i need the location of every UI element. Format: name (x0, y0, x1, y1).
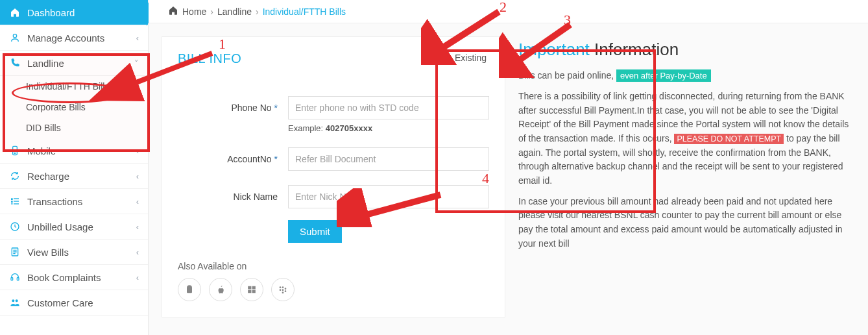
sidebar-item-book-complaints[interactable]: Book Complaints ‹ (0, 265, 148, 290)
also-available-label: Also Available on (178, 261, 489, 271)
label-account-no: AccountNo * (178, 154, 288, 164)
breadcrumb-separator: › (256, 6, 259, 17)
bill-info-panel: BILL INFO New Existing Phone No * Exampl… (162, 36, 505, 317)
phone-icon (9, 57, 21, 69)
chevron-down-icon: ˅ (134, 58, 139, 68)
list-icon (9, 195, 21, 207)
chevron-left-icon: ‹ (136, 171, 139, 181)
important-information: Important Information Bills can be paid … (518, 36, 855, 251)
panel-tabs: New Existing (424, 53, 487, 63)
chevron-left-icon: ‹ (136, 222, 139, 232)
svg-point-2 (14, 153, 15, 153)
svg-rect-6 (14, 198, 19, 199)
sidebar-item-dashboard[interactable]: Dashboard (0, 0, 148, 25)
app-icons-row (178, 278, 489, 301)
sidebar-item-label: View Bills (27, 247, 69, 258)
sidebar-item-label: Dashboard (27, 7, 75, 18)
home-icon (168, 5, 178, 18)
sidebar-item-label: Transactions (27, 196, 82, 207)
svg-rect-16 (252, 286, 256, 290)
svg-rect-5 (11, 203, 13, 204)
svg-rect-15 (248, 286, 251, 290)
svg-point-0 (13, 34, 16, 38)
mobile-icon (9, 145, 21, 156)
home-icon (9, 6, 21, 18)
apple-icon[interactable] (209, 278, 232, 301)
badge-pay-by-date: even after Pay-by-Date (616, 69, 711, 82)
headset-icon (9, 271, 21, 283)
svg-point-23 (285, 288, 287, 290)
clock-icon (9, 221, 21, 232)
svg-rect-12 (17, 278, 19, 280)
svg-rect-3 (11, 198, 13, 200)
breadcrumb-separator: › (210, 6, 213, 17)
svg-point-14 (16, 299, 18, 302)
refresh-icon (9, 170, 21, 182)
svg-rect-8 (14, 203, 19, 204)
label-nick-name: Nick Name (178, 192, 288, 202)
nick-name-input[interactable] (288, 185, 489, 208)
tab-new[interactable]: New (424, 53, 442, 63)
breadcrumb-home[interactable]: Home (182, 6, 206, 17)
sidebar-item-transactions[interactable]: Transactions ‹ (0, 189, 148, 214)
svg-point-25 (282, 292, 284, 293)
sidebar-nav: Dashboard Manage Accounts ‹ Landline ˅ I… (0, 0, 149, 335)
tab-existing[interactable]: Existing (455, 53, 487, 63)
sidebar-item-landline[interactable]: Landline ˅ (0, 51, 148, 76)
svg-rect-7 (14, 201, 19, 201)
breadcrumb-current: Individual/FTTH Bills (263, 6, 346, 17)
sidebar-item-manage-accounts[interactable]: Manage Accounts ‹ (0, 25, 148, 51)
submit-button[interactable]: Submit (288, 220, 342, 243)
sidebar-subitem-individual-ftth[interactable]: Individual/FTTH Bills (26, 76, 148, 97)
sidebar-item-label: Unbilled Usage (27, 221, 93, 232)
sidebar-item-unbilled-usage[interactable]: Unbilled Usage ‹ (0, 214, 148, 240)
svg-rect-4 (11, 201, 13, 203)
sidebar-item-label: Customer Care (27, 297, 93, 308)
breadcrumb-landline[interactable]: Landline (217, 6, 252, 17)
main-area: Home › Landline › Individual/FTTH Bills … (149, 0, 868, 335)
account-no-input[interactable] (288, 147, 489, 171)
chevron-left-icon: ‹ (136, 146, 139, 156)
phone-example: Example: 402705xxxx (288, 123, 489, 133)
sidebar-item-view-bills[interactable]: View Bills ‹ (0, 240, 148, 265)
sidebar-item-mobile[interactable]: Mobile ‹ (0, 138, 148, 164)
blackberry-icon[interactable] (271, 278, 295, 301)
svg-rect-11 (11, 278, 13, 280)
sidebar-subitem-corporate-bills[interactable]: Corporate Bills (26, 97, 148, 118)
windows-icon[interactable] (240, 278, 263, 301)
info-heading: Important Information (518, 36, 851, 62)
chevron-left-icon: ‹ (136, 273, 139, 282)
users-icon (9, 297, 21, 308)
svg-point-21 (280, 289, 282, 291)
phone-no-input[interactable] (288, 96, 489, 119)
svg-point-13 (12, 299, 14, 302)
android-icon[interactable] (178, 278, 201, 301)
breadcrumb: Home › Landline › Individual/FTTH Bills (149, 0, 868, 23)
sidebar-item-label: Mobile (27, 145, 56, 156)
user-icon (9, 32, 21, 43)
svg-rect-17 (248, 290, 251, 293)
badge-do-not-attempt: PLEASE DO NOT ATTEMPT (674, 134, 784, 144)
sidebar-item-customer-care[interactable]: Customer Care (0, 290, 148, 316)
chevron-left-icon: ‹ (136, 247, 139, 257)
info-paragraph-2: There is a possibility of link getting d… (518, 90, 851, 188)
sidebar-subitem-did-bills[interactable]: DID Bills (26, 118, 148, 138)
svg-point-24 (285, 290, 287, 292)
info-line-1: Bills can be paid online, even after Pay… (518, 69, 851, 83)
svg-point-19 (280, 286, 282, 288)
sidebar-item-label: Manage Accounts (27, 32, 104, 43)
chevron-left-icon: ‹ (136, 33, 139, 43)
sidebar-item-label: Landline (27, 58, 64, 69)
svg-rect-18 (252, 290, 256, 293)
chevron-left-icon: ‹ (136, 197, 139, 206)
sidebar-item-recharge[interactable]: Recharge ‹ (0, 164, 148, 189)
sidebar-item-label: Book Complaints (27, 272, 101, 283)
svg-point-22 (282, 289, 284, 291)
info-paragraph-3: In case your previous bill amount had al… (518, 195, 851, 251)
label-phone-no: Phone No * (178, 103, 288, 113)
document-icon (9, 246, 21, 258)
svg-point-20 (282, 286, 284, 288)
sidebar-landline-submenu: Individual/FTTH Bills Corporate Bills DI… (0, 76, 148, 138)
sidebar-item-label: Recharge (27, 171, 69, 182)
